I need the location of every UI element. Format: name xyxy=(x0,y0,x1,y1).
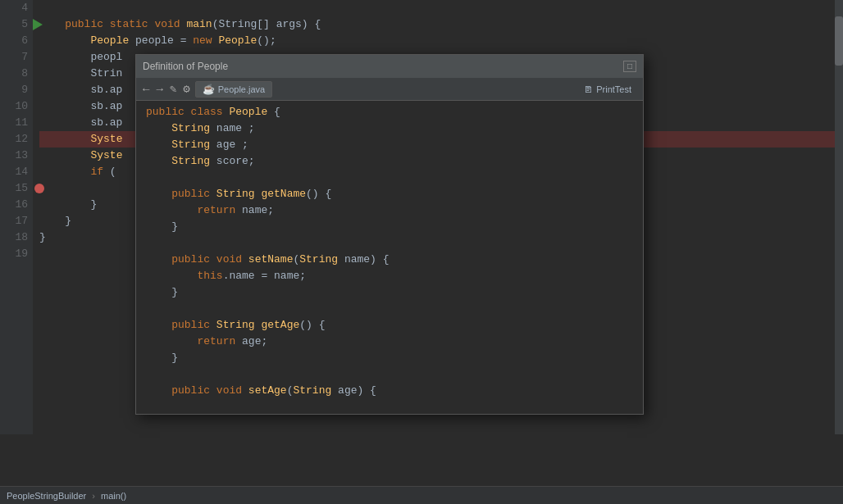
popup-line-6: public String getName() { xyxy=(136,186,643,202)
definition-popup: Definition of People □ ← → ✎ ⚙ ☕ People.… xyxy=(135,54,644,415)
popup-line-4: String score; xyxy=(136,153,643,170)
tab-print-test[interactable]: 🖹 PrintTest xyxy=(577,83,638,96)
code-line-5: public static void main(String[] args) { xyxy=(39,16,843,33)
breadcrumb-method: main() xyxy=(101,491,126,501)
popup-line-2: String name ; xyxy=(136,120,643,137)
popup-line-3: String age ; xyxy=(136,137,643,153)
popup-line-7: return name; xyxy=(136,202,643,219)
scrollbar-thumb[interactable] xyxy=(835,16,843,66)
popup-line-13 xyxy=(136,301,643,317)
popup-code-area[interactable]: public class People { String name ; Stri… xyxy=(136,101,643,414)
popup-line-1: public class People { xyxy=(136,104,643,120)
popup-line-9 xyxy=(136,235,643,252)
popup-line-16: } xyxy=(136,350,643,366)
popup-line-11: this.name = name; xyxy=(136,268,643,284)
popup-title: Definition of People xyxy=(143,61,228,72)
java-file-icon: ☕ xyxy=(203,84,215,95)
breadcrumb-class: PeopleStringBuilder xyxy=(7,491,86,501)
popup-line-15: return age; xyxy=(136,334,643,350)
popup-line-17 xyxy=(136,366,643,383)
breadcrumb: PeopleStringBuilder › main() xyxy=(7,491,126,501)
settings-button[interactable]: ⚙ xyxy=(181,82,191,96)
popup-title-bar: Definition of People □ xyxy=(136,55,643,78)
print-test-icon: 🖹 xyxy=(584,84,593,94)
breadcrumb-separator: › xyxy=(92,491,95,501)
popup-line-8: } xyxy=(136,219,643,235)
back-button[interactable]: ← xyxy=(141,83,151,96)
line-numbers: 4 5 6 7 8 9 10 11 12 13 14 15 16 17 18 1… xyxy=(0,0,33,434)
code-line-4 xyxy=(39,0,843,16)
bottom-bar: PeopleStringBuilder › main() xyxy=(0,486,843,504)
popup-line-18: public void setAge(String age) { xyxy=(136,383,643,399)
popup-line-12: } xyxy=(136,284,643,301)
code-line-6: People people = new People(); xyxy=(39,33,843,49)
scrollbar-vertical[interactable] xyxy=(835,0,843,434)
forward-button[interactable]: → xyxy=(154,83,164,96)
popup-line-10: public void setName(String name) { xyxy=(136,252,643,268)
popup-toolbar: ← → ✎ ⚙ ☕ People.java 🖹 PrintTest xyxy=(136,78,643,101)
tab-people-java-label: People.java xyxy=(218,84,266,94)
popup-line-5 xyxy=(136,170,643,186)
tab-people-java[interactable]: ☕ People.java xyxy=(195,81,273,98)
tab-print-test-label: PrintTest xyxy=(596,84,631,94)
edit-button[interactable]: ✎ xyxy=(168,82,178,96)
popup-line-14: public String getAge() { xyxy=(136,317,643,334)
popup-close-button[interactable]: □ xyxy=(623,61,636,72)
